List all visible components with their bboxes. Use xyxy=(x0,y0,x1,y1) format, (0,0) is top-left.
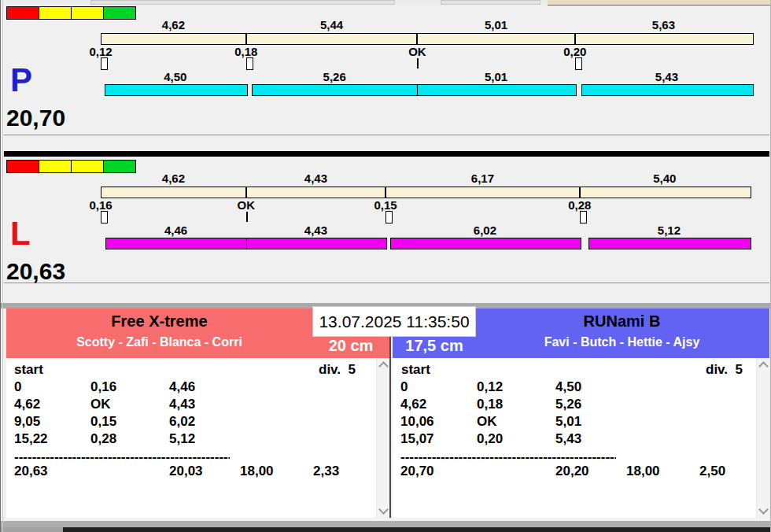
top-strip-segment xyxy=(90,0,395,5)
split-time-bar xyxy=(101,33,754,45)
changeover-label: OK xyxy=(238,199,256,211)
table-total-cell: 20,63 xyxy=(14,464,48,478)
changeover-label: 0,15 xyxy=(374,199,397,211)
dog-run-bar xyxy=(252,84,419,96)
table-cell: 4,43 xyxy=(169,397,195,411)
table-cell: 0,15 xyxy=(90,415,116,428)
jump-height-badge: 20 cm xyxy=(312,338,389,353)
team-panel-left: Free X-treme Scotty - Zafi - Blanca - Co… xyxy=(6,308,391,518)
table-cell: 4,50 xyxy=(555,380,581,393)
scroll-up-icon[interactable] xyxy=(758,361,769,371)
table-total-cell: 18,00 xyxy=(240,464,274,478)
table-cell: 15,07 xyxy=(400,432,434,445)
results-table-left: start div. 5 00,164,464,62OK4,439,050,15… xyxy=(6,358,389,518)
changeover-box xyxy=(101,211,108,224)
table-cell: 0,20 xyxy=(477,432,503,445)
split-time-label: 4,43 xyxy=(304,172,327,184)
table-cell: 4,62 xyxy=(400,397,426,411)
table-separator: ----------------------------------------… xyxy=(14,450,230,464)
timing-app-window: 4,620,124,505,440,185,265,01OK5,015,630,… xyxy=(0,0,771,532)
table-cell: 4,62 xyxy=(14,397,40,411)
dog-run-bar xyxy=(105,84,248,96)
scroll-down-icon[interactable] xyxy=(378,504,389,515)
table-div-label: div. 5 xyxy=(319,363,356,376)
changeover-ok-tick xyxy=(417,58,419,68)
team-name: Free X-treme xyxy=(6,312,312,331)
table-start-label: start xyxy=(401,363,430,376)
jump-height-badge: 17,5 cm xyxy=(393,338,476,353)
taskbar-edge xyxy=(0,527,771,532)
table-start-label: start xyxy=(14,363,43,376)
split-time-label: 6,17 xyxy=(471,172,494,184)
split-time-label: 4,62 xyxy=(162,172,185,184)
run-time-label: 5,01 xyxy=(485,71,507,83)
changeover-label: 0,18 xyxy=(234,46,257,57)
table-cell: 5,01 xyxy=(555,415,581,428)
dog-names: Favi - Butch - Hettie - Ajsy xyxy=(476,334,768,349)
table-cell: 5,43 xyxy=(555,432,581,445)
changeover-box xyxy=(246,57,253,70)
table-total-cell: 2,33 xyxy=(313,464,339,478)
table-total-cell: 20,20 xyxy=(555,464,589,478)
lane-letter-p: P xyxy=(10,64,32,97)
lane-chart-p: 4,620,124,505,440,185,265,01OK5,015,630,… xyxy=(4,6,769,135)
table-cell: 15,22 xyxy=(14,432,48,445)
table-cell: 0,16 xyxy=(90,380,116,393)
table-cell: OK xyxy=(477,415,497,428)
lane-section-left: 4,620,164,464,43OK4,436,170,156,025,400,… xyxy=(4,159,769,283)
table-cell: 0,12 xyxy=(477,380,503,393)
top-strip-segment xyxy=(441,0,540,5)
split-divider xyxy=(245,187,247,198)
changeover-label: 0,20 xyxy=(563,46,586,57)
scroll-up-icon[interactable] xyxy=(378,361,389,371)
dog-run-bar xyxy=(390,238,581,249)
datetime-display: 13.07.2025 11:35:50 xyxy=(312,306,476,337)
results-table-right: start div. 5 00,124,504,620,185,2610,06O… xyxy=(393,358,769,518)
changeover-label: 0,12 xyxy=(89,46,112,57)
lane-section-right: 4,620,124,505,440,185,265,01OK5,015,630,… xyxy=(4,6,769,135)
table-cell: 0,28 xyxy=(90,432,116,445)
dog-run-bar xyxy=(246,238,387,249)
table-cell: OK xyxy=(90,397,111,411)
run-time-label: 5,12 xyxy=(658,224,681,236)
table-cell: 9,05 xyxy=(14,415,40,428)
table-cell: 0 xyxy=(400,380,408,393)
run-time-label: 4,43 xyxy=(304,224,327,236)
top-strip-tan xyxy=(548,0,771,6)
split-time-label: 5,63 xyxy=(652,19,675,31)
changeover-label: 0,16 xyxy=(89,199,112,211)
table-total-cell: 18,00 xyxy=(626,464,660,478)
changeover-box xyxy=(386,211,393,224)
table-cell: 10,06 xyxy=(400,415,434,428)
split-time-label: 5,44 xyxy=(320,19,343,31)
window-edge-left xyxy=(0,0,1,532)
changeover-box xyxy=(575,57,582,70)
split-time-label: 4,62 xyxy=(162,19,185,31)
run-time-label: 5,43 xyxy=(655,71,678,83)
section-divider xyxy=(4,151,769,157)
run-time-label: 4,46 xyxy=(164,224,187,236)
split-time-bar xyxy=(101,187,751,198)
split-divider xyxy=(574,33,576,45)
taskbar-edge-dark xyxy=(63,527,771,532)
scroll-down-icon[interactable] xyxy=(758,504,769,515)
dog-run-bar xyxy=(105,238,247,249)
scrollbar-right-panel[interactable] xyxy=(756,358,769,518)
lane-total-p: 20,70 xyxy=(6,106,65,130)
run-time-label: 5,26 xyxy=(323,71,346,83)
table-cell: 6,02 xyxy=(169,415,195,428)
split-divider xyxy=(385,187,386,198)
dog-run-bar xyxy=(581,84,754,96)
table-separator: ----------------------------------------… xyxy=(400,450,616,464)
scrollbar-left-panel[interactable] xyxy=(376,358,389,518)
team-panel-right: RUNami B Favi - Butch - Hettie - Ajsy 17… xyxy=(393,308,769,518)
changeover-label: 0,28 xyxy=(568,199,591,211)
window-edge-left-highlight xyxy=(2,0,3,532)
table-cell: 5,26 xyxy=(555,397,581,411)
run-time-label: 4,50 xyxy=(164,71,186,83)
dog-names: Scotty - Zafi - Blanca - Corri xyxy=(6,334,312,349)
table-cell: 0 xyxy=(14,380,21,393)
changeover-box xyxy=(101,57,108,70)
dog-run-bar xyxy=(588,238,751,249)
lane-total-l: 20,63 xyxy=(6,260,65,283)
